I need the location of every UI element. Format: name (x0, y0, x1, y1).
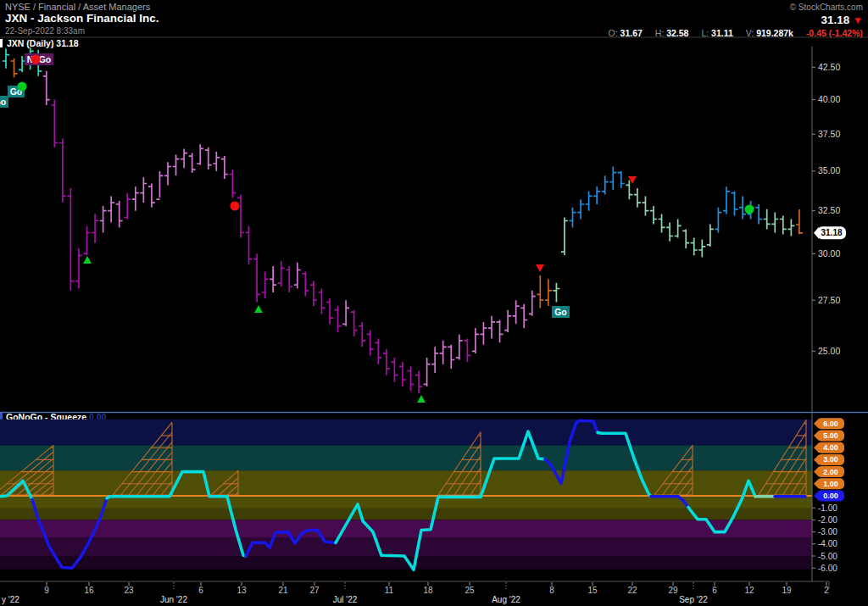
ohlc-bar (181, 148, 187, 168)
ohlc-bar (246, 225, 253, 264)
ohlc-bar (545, 279, 552, 306)
ohlc-bar (787, 220, 794, 236)
ohlc-bar (108, 196, 114, 222)
ohlc-bar (553, 283, 559, 303)
ohlc-bar (488, 316, 495, 339)
date-day-label: 18 (423, 586, 433, 595)
squeeze-tick-label: -2.00 (818, 515, 837, 525)
ohlc-bar (375, 338, 381, 364)
ohlc-bar (100, 206, 107, 233)
ohlc-bar (480, 322, 487, 345)
date-day-label: 6 (198, 586, 203, 595)
ohlc-bar (448, 345, 454, 369)
ohlc-bar (626, 181, 632, 199)
ohlc-bar (326, 298, 333, 324)
price-tick-label: 27.50 (818, 295, 840, 305)
red-down-triangle-marker (536, 264, 544, 272)
ohlc-bar (682, 229, 689, 248)
ohlc-bar (497, 320, 504, 343)
ohlc-bar (780, 216, 787, 235)
squeeze-axis-badge: 5.00 (823, 431, 838, 440)
date-day-label: 12 (744, 586, 754, 595)
price-tick-label: 32.50 (818, 205, 840, 215)
ohlc-bar (561, 218, 568, 256)
ohlc-bar (156, 171, 163, 199)
ohlc-bar (602, 175, 609, 194)
date-axis: 9162361321271118258152229612192y '22Jun … (2, 582, 829, 604)
squeeze-axis-badge: 6.00 (823, 420, 838, 428)
ohlc-bar (764, 209, 771, 230)
date-day-label: 19 (782, 586, 792, 595)
ohlc-bar (513, 300, 520, 324)
ohlc-bar (189, 153, 196, 173)
ohlc-bar (213, 152, 220, 171)
ohlc-bar (237, 195, 244, 238)
ohlc-bar (537, 275, 543, 308)
squeeze-axis-badge: 1.00 (823, 480, 838, 488)
ohlc-bar (351, 310, 358, 336)
ohlc-bar (707, 224, 714, 247)
ohlc-bar (504, 310, 511, 332)
ohlc-bar (570, 208, 576, 228)
ohlc-bar (84, 225, 91, 255)
ohlc-bar (399, 362, 406, 386)
ohlc-bar (739, 196, 746, 219)
ohlc-bar (586, 192, 593, 211)
date-month-label: Aug '22 (492, 595, 520, 604)
ohlc-bar (124, 193, 131, 220)
date-month-label: y '22 (2, 595, 19, 604)
ohlc-bar (43, 71, 50, 105)
squeeze-axis-badge: 0.00 (823, 492, 838, 500)
ohlc-bar (310, 281, 317, 307)
squeeze-axis: 6.005.004.003.002.001.000.00-1.00-2.00-3… (812, 418, 844, 572)
ohlc-bar (456, 334, 463, 359)
date-day-label: 11 (385, 586, 394, 595)
ohlc-bar (116, 201, 123, 227)
trend-signal-labels: NoGoGoGoGo (0, 53, 570, 318)
ohlc-bar (472, 328, 479, 353)
ohlc-bar (359, 322, 365, 347)
ohlc-bar (367, 331, 374, 356)
ohlc-bar (755, 204, 762, 224)
ohlc-bar (342, 300, 349, 326)
price-tick-label: 25.00 (818, 346, 840, 356)
date-day-label: 21 (278, 586, 288, 595)
ohlc-bar (286, 266, 292, 292)
ohlc-bar (75, 248, 82, 289)
ohlc-bar (691, 238, 698, 256)
ohlc-bar (771, 213, 778, 233)
squeeze-tick-label: -5.00 (818, 552, 837, 561)
date-day-label: 15 (587, 586, 598, 595)
date-day-label: 29 (668, 586, 678, 595)
squeeze-tick-label: -1.00 (818, 503, 837, 513)
ohlc-bar (262, 272, 269, 298)
ohlc-bar (148, 184, 155, 208)
ohlc-bar (270, 266, 276, 292)
date-month-label: Jun '22 (160, 595, 187, 604)
ohlc-bar (92, 214, 98, 243)
ohlc-bar (666, 222, 673, 241)
ohlc-bar (675, 220, 682, 238)
ohlc-bar (424, 358, 431, 386)
ohlc-bar (391, 358, 398, 382)
ohlc-bar (529, 291, 536, 316)
ohlc-bar (464, 338, 470, 362)
date-day-label: 13 (236, 586, 247, 595)
ohlc-bar (723, 186, 730, 214)
date-day-label: 2 (824, 586, 829, 595)
date-day-label: 27 (309, 586, 320, 595)
squeeze-axis-badge: 3.00 (823, 455, 838, 464)
date-day-label: 8 (549, 586, 554, 595)
green-up-triangle-marker (83, 256, 92, 264)
ohlc-bar (634, 188, 641, 208)
ohlc-bar (642, 196, 648, 215)
price-bars (3, 47, 803, 393)
ohlc-bar (140, 177, 147, 203)
price-tick-label: 42.50 (818, 62, 840, 72)
date-month-label: Jul '22 (333, 595, 358, 604)
squeeze-tick-label: -3.00 (818, 527, 837, 537)
price-tick-label: 35.00 (818, 165, 840, 175)
ohlc-bar (11, 58, 18, 77)
ohlc-bar (698, 240, 705, 258)
ohlc-bar (59, 138, 66, 203)
